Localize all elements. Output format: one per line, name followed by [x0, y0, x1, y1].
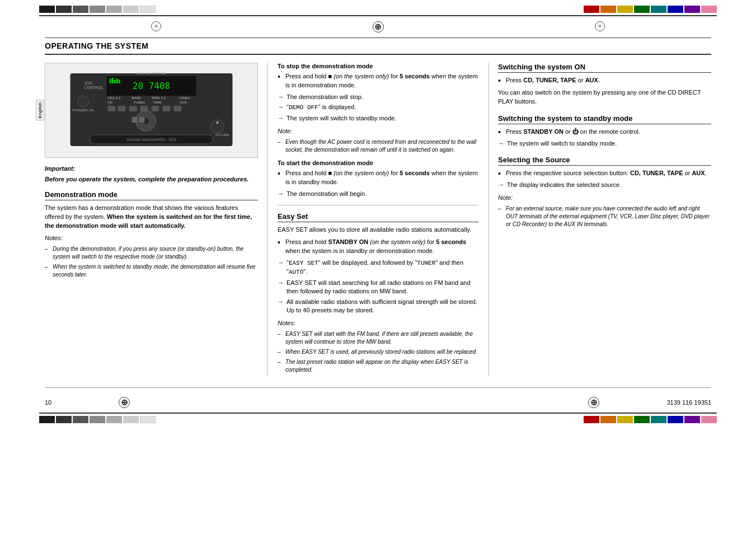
mid-divider [278, 205, 478, 205]
svg-rect-17 [108, 106, 116, 111]
bottom-color-block-1 [39, 416, 55, 423]
right-column: Switching the system ON Press CD, TUNER,… [489, 63, 711, 376]
selecting-source-note-label: Note: [498, 194, 711, 203]
doc-number: 3139 116 19351 [666, 399, 711, 406]
bottom-color-block-r4 [634, 416, 650, 423]
demo-note-1: During the demonstration, if you press a… [45, 245, 258, 261]
svg-rect-6 [119, 79, 120, 83]
easy-set-arrow-1: "EASY SET" will be displayed, and follow… [278, 259, 478, 277]
easy-set-note-3: The last preset radio station will appea… [278, 358, 478, 374]
color-block-r5 [651, 6, 666, 13]
switching-on-bullet: Press CD, TUNER, TAPE or AUX. [498, 76, 711, 85]
svg-text:CD: CD [108, 101, 113, 104]
svg-text:MINI HIFI SYSTEM: MINI HIFI SYSTEM [137, 72, 166, 75]
stop-demo-note-label: Note: [278, 127, 478, 136]
page: + ⊕ + OPERATING THE SYSTEM English 20 74… [0, 0, 756, 534]
side-label: English [36, 100, 44, 121]
stop-demo-arrow-2: "DEMO OFF" is displayed. [278, 103, 478, 112]
stop-demo-header: To stop the demonstration mode [278, 63, 478, 69]
middle-column: To stop the demonstration mode Press and… [267, 63, 489, 376]
svg-point-32 [78, 96, 89, 107]
reg-mark-right: + [595, 21, 605, 31]
svg-rect-19 [129, 106, 137, 111]
color-block-1 [39, 6, 55, 13]
svg-point-31 [217, 121, 219, 124]
svg-rect-26 [132, 117, 138, 123]
top-rule [39, 15, 717, 16]
bottom-color-block-4 [90, 416, 105, 423]
device-image-box: English 20 7408 JOG CONTROL [45, 63, 258, 158]
important-box: Important: Before you operate the system… [45, 165, 258, 184]
reg-mark-bottom-left: ⊕ [119, 397, 130, 408]
device-display-text: 20 7408 [133, 81, 170, 91]
bottom-color-block-r8 [701, 416, 717, 423]
svg-text:TUNER: TUNER [134, 101, 145, 104]
svg-text:TAPE 1-2: TAPE 1-2 [152, 96, 166, 100]
svg-text:CONTROL: CONTROL [84, 86, 104, 90]
svg-rect-20 [140, 106, 148, 111]
color-block-7 [140, 6, 156, 13]
stop-demo-note: Even though the AC power cord is removed… [278, 138, 478, 154]
reg-mark-center-top: ⊕ [373, 21, 384, 32]
reg-mark-left: + [151, 21, 161, 31]
selecting-source-header: Selecting the Source [498, 156, 711, 166]
page-number: 10 [45, 399, 51, 406]
svg-text:JOG: JOG [84, 81, 92, 85]
svg-rect-18 [118, 106, 126, 111]
start-demo-arrow: The demonstration will begin. [278, 190, 478, 198]
left-column: English 20 7408 JOG CONTROL [45, 63, 267, 376]
color-block-5 [106, 6, 122, 13]
easy-set-header: Easy Set [278, 212, 478, 222]
switching-on-header: Switching the system ON [498, 63, 711, 73]
important-title: Important: [45, 165, 258, 174]
page-title: OPERATING THE SYSTEM [45, 41, 711, 55]
title-rule-top [45, 38, 711, 39]
color-block-3 [73, 6, 88, 13]
reg-mark-bottom-right: ⊕ [588, 397, 599, 408]
color-block-r3 [617, 6, 633, 13]
svg-rect-2 [110, 79, 111, 83]
svg-text:AUX: AUX [180, 101, 187, 104]
color-block-r1 [584, 6, 599, 13]
bottom-rule-2 [39, 413, 717, 414]
color-block-r4 [634, 6, 650, 13]
svg-text:CD1-2-3: CD1-2-3 [108, 96, 121, 100]
color-block-2 [56, 6, 72, 13]
demo-notes-label: Notes: [45, 234, 258, 243]
bottom-rule [45, 387, 711, 388]
easy-set-arrow-3: All available radio stations with suffic… [278, 298, 478, 315]
svg-rect-27 [139, 117, 145, 123]
start-demo-bullet: Press and hold ■ (on the system only) fo… [278, 169, 478, 187]
bottom-color-block-2 [56, 416, 72, 423]
color-block-r6 [668, 6, 683, 13]
easy-set-notes-label: Notes: [278, 319, 478, 328]
bottom-color-block-r5 [651, 416, 666, 423]
easy-set-arrow-2: EASY SET will start searching for all ra… [278, 279, 478, 296]
svg-text:BAND: BAND [132, 96, 142, 100]
easy-set-note-1: EASY SET will start with the FM band, if… [278, 330, 478, 346]
bottom-color-block-r7 [684, 416, 700, 423]
color-block-4 [90, 6, 105, 13]
svg-rect-21 [152, 106, 159, 111]
switching-on-note: You can also switch on the system by pre… [498, 88, 711, 106]
svg-text:VIDEO: VIDEO [180, 96, 190, 100]
svg-rect-22 [163, 106, 171, 111]
stop-demo-arrow-1: The demonstration will stop. [278, 93, 478, 101]
easy-set-intro: EASY SET allows you to store all availab… [278, 226, 478, 235]
svg-rect-5 [116, 78, 118, 83]
bottom-color-block-r3 [617, 416, 633, 423]
bottom-color-block-r6 [668, 416, 683, 423]
bottom-color-block-6 [123, 416, 139, 423]
bottom-color-block-5 [106, 416, 122, 423]
selecting-source-note: For an external source, make sure you ha… [498, 205, 711, 228]
color-block-6 [123, 6, 139, 13]
svg-rect-4 [114, 80, 116, 83]
switching-standby-header: Switching the system to standby mode [498, 114, 711, 124]
selecting-source-arrow: The display indicates the selected sourc… [498, 181, 711, 189]
demo-mode-text: The system has a demonstration mode that… [45, 204, 258, 231]
start-demo-header: To start the demonstration mode [278, 160, 478, 166]
svg-text:STANDBY-ON: STANDBY-ON [72, 109, 93, 112]
bottom-color-block-r1 [584, 416, 599, 423]
easy-set-note-2: When EASY SET is used, all previously st… [278, 348, 478, 356]
bottom-color-block-7 [140, 416, 156, 423]
